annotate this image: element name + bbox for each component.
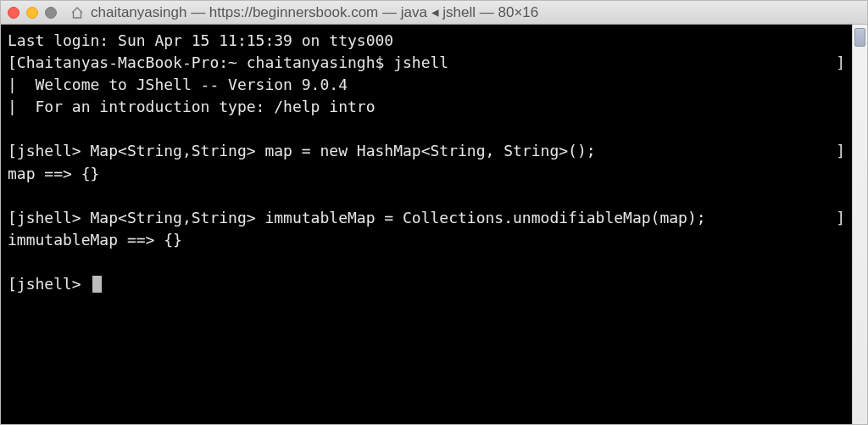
right-bracket-glyph: ] xyxy=(836,140,845,162)
terminal-line: [Chaitanyas-MacBook-Pro:~ chaitanyasingh… xyxy=(8,53,448,71)
terminal-line: [jshell> Map<String,String> map = new Ha… xyxy=(8,142,596,159)
window-title: chaitanyasingh — https://beginnersbook.c… xyxy=(91,3,538,21)
titlebar[interactable]: chaitanyasingh — https://beginnersbook.c… xyxy=(1,1,867,25)
terminal-line: | For an introduction type: /help intro xyxy=(8,98,375,115)
cursor xyxy=(92,276,102,293)
right-bracket-glyph: ] xyxy=(836,207,845,229)
terminal-body[interactable]: Last login: Sun Apr 15 11:15:39 on ttys0… xyxy=(1,25,852,424)
terminal-line: | Welcome to JShell -- Version 9.0.4 xyxy=(8,75,348,93)
minimize-button[interactable] xyxy=(26,7,38,19)
close-button[interactable] xyxy=(8,7,19,19)
scroll-thumb[interactable] xyxy=(854,28,865,47)
right-bracket-glyph: ] xyxy=(836,52,845,74)
terminal-area: Last login: Sun Apr 15 11:15:39 on ttys0… xyxy=(1,25,867,424)
terminal-line: map ==> {} xyxy=(8,165,99,182)
window-controls xyxy=(8,7,57,19)
maximize-button[interactable] xyxy=(45,7,57,19)
scrollbar[interactable] xyxy=(852,25,867,424)
terminal-line: Last login: Sun Apr 15 11:15:39 on ttys0… xyxy=(8,31,393,49)
terminal-prompt: [jshell> xyxy=(8,275,91,293)
terminal-line: [jshell> Map<String,String> immutableMap… xyxy=(8,209,706,226)
terminal-line: immutableMap ==> {} xyxy=(8,231,182,249)
home-icon xyxy=(70,6,84,20)
terminal-window: chaitanyasingh — https://beginnersbook.c… xyxy=(0,0,868,425)
